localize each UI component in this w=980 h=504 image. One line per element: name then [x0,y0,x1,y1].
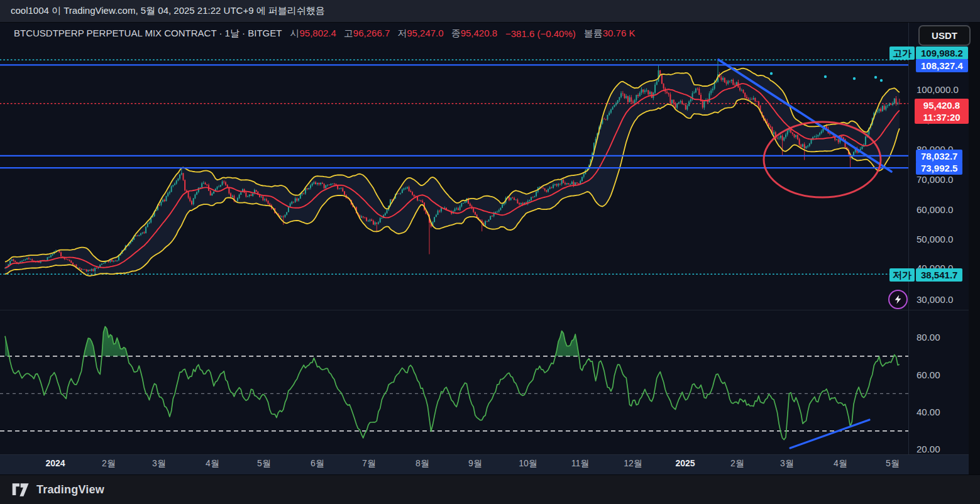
ohlc-item: 저95,247.0 [397,28,443,40]
low-price-label: 38,541.7 [916,268,962,282]
time-axis-label: 3월 [145,458,173,469]
time-axis-label: 3월 [773,458,801,469]
level-price-label: 73,992.5 [916,162,962,175]
last-price-label: 95,420.811:37:20 [915,99,969,124]
rsi-trendline[interactable] [790,420,869,448]
chart-canvas[interactable] [0,23,980,474]
high-tag-label: 고가 [889,47,915,60]
ohlc-item-label: 고 [344,28,353,38]
level-price-label: 78,032.7 [916,150,962,163]
tradingview-brand-text: TradingView [36,483,104,496]
footer-bar: TradingView [0,474,980,504]
ohlc-item: 시95,802.4 [290,28,336,40]
price-scale-tick: 30,000.0 [917,293,953,306]
flash-icon-button[interactable] [888,290,908,309]
symbol-title: BTCUSDTPERP PERPETUAL MIX CONTRACT · 1날 … [14,28,282,40]
currency-toggle-button[interactable]: USDT [918,25,971,46]
low-tag-label: 저가 [889,268,915,282]
marker-dot [824,75,827,78]
time-axis-label: 2025 [671,458,700,468]
time-axis-label: 8월 [408,458,437,469]
chart-page: cool1004 이 TradingView.com, 5월 04, 2025 … [0,0,980,504]
marker-dot [770,72,773,75]
price-scale-tick: 100,000.0 [917,84,959,96]
marker-dot [853,77,856,80]
last-price-value: 95,420.8 [915,99,969,111]
ohlc-item: 종95,420.8 [451,28,497,40]
high-price-label: 109,988.2 [916,47,968,60]
rsi-scale-tick: 40.00 [917,406,940,419]
time-axis-label: 2월 [723,458,752,469]
rsi-scale-tick: 60.00 [917,369,940,381]
change-value: −381.6 (−0.40%) [505,28,576,39]
ohlc-item-value: 95,802.4 [299,28,336,38]
rsi-scale-tick: 20.00 [917,443,940,456]
ohlc-item-value: 96,266.7 [353,28,390,38]
time-axis-label: 11월 [566,458,595,469]
time-axis-label: 12월 [619,458,647,469]
down-trendline[interactable] [718,60,891,172]
time-axis-label: 5월 [878,458,907,469]
bar-countdown: 11:37:20 [915,111,969,123]
price-scale-tick: 60,000.0 [917,204,953,216]
published-bar: cool1004 이 TradingView.com, 5월 04, 2025 … [0,0,980,23]
marker-dot [874,76,877,79]
time-axis-label: 10월 [514,458,542,469]
rsi-scale-tick: 80.00 [917,331,940,344]
time-axis-label: 7월 [355,458,383,469]
ohlc-item-label: 종 [451,28,461,38]
published-text: cool1004 이 TradingView.com, 5월 04, 2025 … [11,5,325,17]
time-axis-label: 2024 [41,458,70,468]
time-axis-label: 2월 [94,458,123,469]
tradingview-logo-icon [11,482,31,498]
price-pane[interactable] [0,60,908,276]
volume-label: 볼륨 [584,28,603,38]
ohlc-item-value: 95,420.8 [461,28,497,38]
price-scale-tick: 50,000.0 [917,233,953,246]
time-axis-label: 4월 [198,458,227,469]
volume-value: 30.76 K [603,28,636,38]
time-axis-label: 6월 [303,458,332,469]
ohlc-item-label: 시 [290,28,299,38]
rsi-line [5,327,900,440]
lightning-bolt-icon [894,295,902,304]
price-scale-tick: 70,000.0 [917,173,953,186]
volume-group: 볼륨30.76 K [584,28,636,40]
ohlc-item-value: 95,247.0 [407,28,443,38]
marker-dot [880,79,883,82]
time-axis-label: 5월 [250,458,278,469]
rsi-pane[interactable] [0,327,908,454]
ohlc-row: 시95,802.4고96,266.7저95,247.0종95,420.8 [290,28,497,40]
tradingview-logo[interactable]: TradingView [11,482,104,498]
rsi-overbought-fill [5,327,900,454]
currency-toggle-label: USDT [932,30,957,41]
ohlc-item: 고96,266.7 [344,28,390,40]
ohlc-item-label: 저 [397,28,407,38]
level-price-label: 108,327.4 [916,59,968,72]
symbol-legend[interactable]: BTCUSDTPERP PERPETUAL MIX CONTRACT · 1날 … [14,28,635,40]
time-axis-label: 9월 [461,458,490,469]
time-axis-label: 4월 [826,458,855,469]
